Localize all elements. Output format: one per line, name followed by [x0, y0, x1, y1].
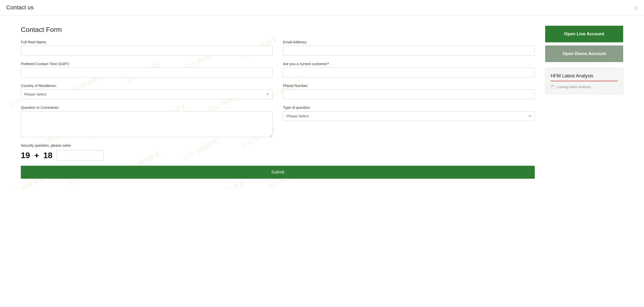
form-row-1: Full Real Name: Email Address: — [21, 40, 535, 56]
full-name-group: Full Real Name: — [21, 40, 273, 56]
preferred-contact-label: Prefered Contact Time (GMT): — [21, 62, 273, 66]
phone-label: Phone Number: — [283, 84, 535, 88]
contact-form-section: Contact Form Full Real Name: Email Addre… — [21, 26, 535, 179]
form-row-3: Country of Residence: Please Select Phon… — [21, 84, 535, 99]
header: Contact us ⌂ — [0, 0, 644, 15]
security-label: Security question, please solve — [21, 143, 535, 148]
current-customer-label: Are you a current customer? — [283, 62, 535, 66]
question-group: Question or Comments: — [21, 105, 273, 137]
preferred-contact-group: Prefered Contact Time (GMT): — [21, 62, 273, 77]
form-row-2: Prefered Contact Time (GMT): Are you a c… — [21, 62, 535, 77]
full-name-label: Full Real Name: — [21, 40, 273, 44]
type-question-select[interactable]: Please Select — [283, 111, 535, 121]
phone-group: Phone Number: — [283, 84, 535, 99]
security-row: 19 + 18 — [21, 150, 535, 161]
country-group: Country of Residence: Please Select — [21, 84, 273, 99]
analysis-title: HFM Latest Analysis — [551, 73, 618, 81]
open-demo-account-button[interactable]: Open Demo Account — [545, 45, 623, 62]
full-name-input[interactable] — [21, 46, 273, 56]
form-row-4: Question or Comments: Type of question: … — [21, 105, 535, 137]
home-icon[interactable]: ⌂ — [634, 4, 638, 11]
current-customer-input[interactable] — [283, 68, 535, 77]
submit-button[interactable]: Submit — [21, 166, 535, 179]
page-title: Contact us — [6, 4, 34, 11]
phone-input[interactable] — [283, 89, 535, 99]
preferred-contact-input[interactable] — [21, 68, 273, 77]
email-group: Email Address: — [283, 40, 535, 56]
analysis-panel: HFM Latest Analysis Loading latest analy… — [545, 68, 623, 94]
question-label: Question or Comments: — [21, 105, 273, 110]
form-title: Contact Form — [21, 26, 535, 34]
analysis-loading: Loading latest analysis... — [551, 85, 618, 89]
country-select[interactable]: Please Select — [21, 89, 273, 99]
question-textarea[interactable] — [21, 111, 273, 137]
current-customer-group: Are you a current customer? — [283, 62, 535, 77]
security-answer-input[interactable] — [57, 150, 104, 161]
loading-text: Loading latest analysis... — [556, 85, 593, 89]
security-plus: + — [34, 151, 39, 160]
country-label: Country of Residence: — [21, 84, 273, 88]
security-section: Security question, please solve 19 + 18 — [21, 143, 535, 161]
type-question-group: Type of question: Please Select — [283, 105, 535, 137]
open-live-account-button[interactable]: Open Live Account — [545, 26, 623, 42]
sidebar: Open Live Account Open Demo Account HFM … — [545, 26, 623, 179]
loading-spinner-icon — [551, 85, 554, 89]
security-num1: 19 — [21, 151, 30, 160]
security-num2: 18 — [43, 151, 53, 160]
email-label: Email Address: — [283, 40, 535, 44]
email-input[interactable] — [283, 46, 535, 56]
type-question-label: Type of question: — [283, 105, 535, 110]
main-content: @© WikiFX @© WikiFX @© WikiFX @© WikiFX … — [0, 15, 644, 189]
